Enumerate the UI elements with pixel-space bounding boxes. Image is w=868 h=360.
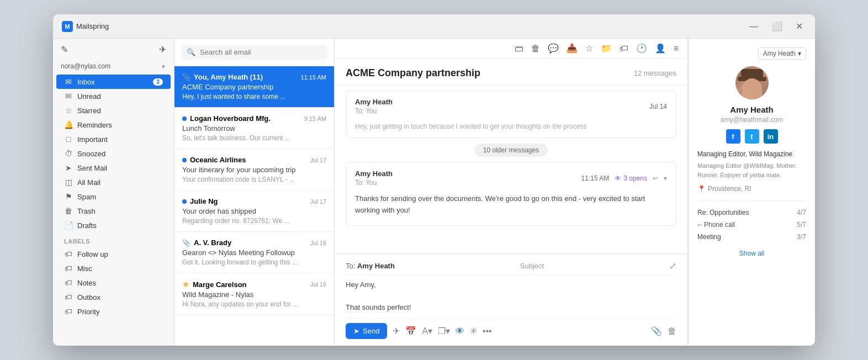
expand-compose-icon[interactable]: ⤢ — [669, 261, 676, 271]
thread-label-meeting: Meeting — [697, 233, 721, 241]
sidebar-item-starred[interactable]: ☆ Starred — [56, 103, 171, 118]
sidebar-label-notes[interactable]: 🏷 Notes — [56, 276, 171, 290]
sidebar-item-reminders[interactable]: 🔔 Reminders — [56, 118, 171, 132]
minimize-button[interactable]: — — [746, 20, 761, 33]
message-header-1[interactable]: Amy Heath To: You Jul 14 — [346, 91, 676, 121]
sidebar-toolbar: ✎ ✈ — [53, 39, 174, 60]
filter-icon[interactable]: ✈ — [159, 44, 166, 55]
email-date-email-3: Jul 17 — [310, 157, 326, 163]
compose-attach-icon[interactable]: 📎 — [651, 326, 662, 336]
older-messages-button[interactable]: 10 older messages — [474, 144, 548, 157]
contact-dropdown-chevron: ▾ — [798, 50, 801, 57]
send-label: Send — [363, 327, 379, 335]
trash-icon[interactable]: 🗑 — [531, 44, 540, 54]
facebook-icon[interactable]: f — [726, 129, 740, 144]
star-icon: ★ — [182, 280, 189, 289]
label-text-notes: Notes — [77, 279, 96, 287]
compose-link-icon[interactable]: ✳ — [470, 326, 477, 336]
message-count: 12 messages — [634, 69, 676, 77]
unread-dot — [182, 117, 187, 121]
message-time-1: Jul 14 — [649, 103, 667, 110]
show-all-button[interactable]: Show all — [697, 247, 806, 260]
sidebar-item-label-all-mail: All Mail — [77, 178, 100, 187]
archive-icon[interactable]: 🗃 — [515, 44, 523, 54]
app-logo: M Mailspring — [62, 21, 109, 32]
message-item-1: Amy Heath To: You Jul 14 Hey, just getti… — [346, 91, 676, 138]
sidebar-label-priority[interactable]: 🏷 Priority — [56, 304, 171, 319]
compose-delete-icon[interactable]: 🗑 — [668, 326, 676, 336]
twitter-icon[interactable]: t — [745, 129, 759, 144]
label-text-outbox: Outbox — [77, 293, 100, 301]
compose-icon[interactable]: ✎ — [61, 44, 68, 55]
sidebar-item-important[interactable]: □ Important — [56, 132, 171, 146]
folder-icon[interactable]: 📁 — [601, 43, 612, 54]
reply-icon[interactable]: ↩ — [653, 174, 658, 182]
sidebar-item-label-spam: Spam — [77, 193, 96, 201]
thread-title: ACME Company partnership — [346, 67, 676, 79]
compose-format-icon[interactable]: A▾ — [422, 326, 432, 336]
message-preview-1: Hey, just getting in touch because I wan… — [346, 121, 676, 137]
sidebar-item-spam[interactable]: ⚑ Spam — [56, 189, 171, 204]
contact-social: f t in — [697, 129, 806, 144]
avatar-image — [735, 66, 769, 99]
close-button[interactable]: ✕ — [792, 20, 806, 33]
account-section: nora@nylas.com ▼ — [53, 60, 174, 75]
star-icon[interactable]: ☆ — [585, 43, 593, 54]
compose-schedule-icon[interactable]: 📅 — [405, 326, 416, 336]
viewer-toolbar: 🗃 🗑 💬 📥 ☆ 📁 🏷 🕐 👤 ≡ — [335, 39, 687, 59]
message-header-2[interactable]: Amy Heath To: You 11:15 AM 👁 3 opens ↩ ▾ — [346, 163, 676, 193]
email-item-email-5[interactable]: 📎 A. V. Brady Jul 16 Gearon <> Nylas Mee… — [174, 232, 334, 273]
contact-dropdown-button[interactable]: Amy Heath ▾ — [758, 47, 806, 60]
history-icon[interactable]: 🕐 — [636, 43, 647, 54]
compose-more-icon[interactable]: ••• — [483, 326, 492, 336]
email-item-email-2[interactable]: Logan Hoverboard Mfg. 9:15 AM Lunch Tomo… — [174, 108, 334, 149]
email-item-email-6[interactable]: ★ Marge Carelson Jul 16 Wild Magazine - … — [174, 273, 334, 315]
sidebar-item-drafts[interactable]: 📄 Drafts — [56, 218, 171, 232]
linkedin-icon[interactable]: in — [764, 129, 778, 144]
sidebar-label-outbox[interactable]: 🏷 Outbox — [56, 290, 171, 304]
sidebar-item-trash[interactable]: 🗑 Trash — [56, 204, 171, 218]
contact-name: Amy Heath — [697, 105, 806, 114]
sidebar-label-misc[interactable]: 🏷 Misc — [56, 261, 171, 276]
email-subject-email-6: Wild Magazine - Nylas — [182, 290, 326, 299]
sidebar-item-all-mail[interactable]: ◫ All Mail — [56, 175, 171, 189]
email-sender-email-3: Oceanic Airlines — [182, 156, 246, 164]
sidebar-item-inbox[interactable]: ✉ Inbox 3 — [56, 75, 171, 89]
sidebar-label-follow-up[interactable]: 🏷 Follow up — [56, 247, 171, 261]
compose-subject[interactable]: Subject — [520, 262, 544, 270]
email-sender-name-email-2: Logan Hoverboard Mfg. — [190, 114, 271, 123]
sidebar-item-label-sent-mail: Sent Mail — [77, 164, 107, 172]
compose-template-icon[interactable]: ❐▾ — [438, 326, 450, 336]
compose-body-line2 — [346, 290, 676, 302]
maximize-button[interactable]: ⬜ — [768, 20, 786, 33]
label-tag-icon-notes: 🏷 — [64, 278, 73, 287]
send-button[interactable]: ➤ Send — [346, 323, 387, 339]
contact-title: Managing Editor, Wild Magazine — [697, 150, 806, 158]
email-item-email-1[interactable]: 📎 You, Amy Heath (11) 11:15 AM ACME Comp… — [174, 66, 334, 108]
account-chevron-icon: ▼ — [161, 63, 166, 70]
tag-icon[interactable]: 🏷 — [620, 44, 628, 54]
compose-body-line1: Hey Amy, — [346, 279, 676, 291]
menu-icon[interactable]: ≡ — [674, 44, 679, 54]
profile-icon[interactable]: 👤 — [655, 43, 666, 54]
sidebar-item-unread[interactable]: ✉ Unread — [56, 89, 171, 103]
email-item-email-3[interactable]: Oceanic Airlines Jul 17 Your itinerary f… — [174, 149, 334, 190]
compose-discard-icon[interactable]: ✈ — [393, 326, 400, 336]
label-text-follow-up: Follow up — [77, 250, 108, 258]
compose-tracking-icon[interactable]: 👁 — [456, 326, 464, 336]
email-list-toolbar: 🔍 — [174, 39, 334, 66]
search-input[interactable] — [200, 48, 322, 56]
snooze-icon[interactable]: 💬 — [548, 43, 559, 54]
sidebar-item-sent-mail[interactable]: ➤ Sent Mail — [56, 161, 171, 175]
email-item-email-4[interactable]: Julie Ng Jul 17 Your order has shipped R… — [174, 190, 334, 232]
compose-header: To: Amy Heath Subject ⤢ — [346, 261, 676, 275]
sender-info-2: Amy Heath To: You — [355, 170, 393, 187]
compose-body[interactable]: Hey Amy, That sounds perfect! — [346, 279, 676, 314]
contact-email: amy@heathmail.com — [697, 116, 806, 124]
more-icon[interactable]: ▾ — [664, 174, 667, 182]
sidebar-item-snoozed[interactable]: ⏱ Snoozed — [56, 146, 171, 161]
account-selector[interactable]: nora@nylas.com ▼ — [61, 62, 166, 70]
email-items-list: 📎 You, Amy Heath (11) 11:15 AM ACME Comp… — [174, 66, 334, 346]
spam-icon: ⚑ — [64, 192, 73, 201]
move-icon[interactable]: 📥 — [567, 43, 578, 54]
